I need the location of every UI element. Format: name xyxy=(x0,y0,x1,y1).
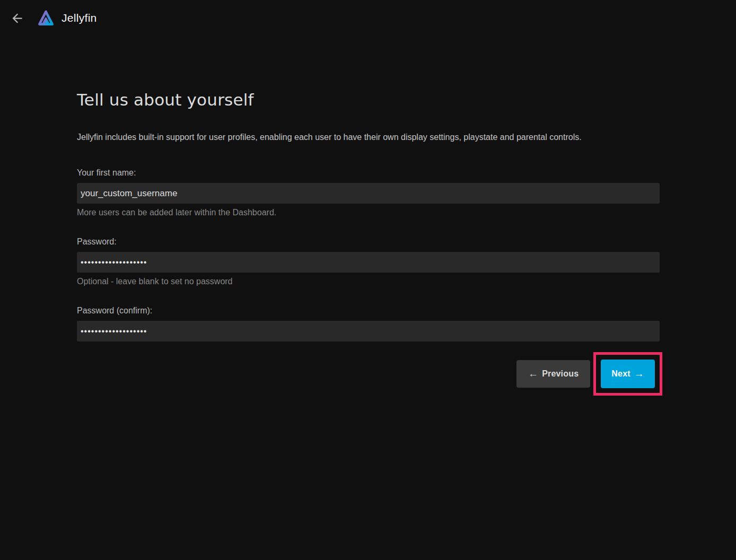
password-confirm-field-group: Password (confirm): xyxy=(77,305,660,342)
previous-button-label: Previous xyxy=(542,369,579,379)
jellyfin-logo-icon xyxy=(35,7,57,29)
password-input[interactable] xyxy=(77,252,660,273)
password-confirm-label: Password (confirm): xyxy=(77,305,660,317)
password-helper-text: Optional - leave blank to set no passwor… xyxy=(77,276,660,287)
arrow-left-icon: ← xyxy=(528,369,538,379)
password-label: Password: xyxy=(77,236,660,248)
previous-button[interactable]: ← Previous xyxy=(516,360,590,388)
next-button-label: Next xyxy=(611,369,630,379)
first-name-helper-text: More users can be added later within the… xyxy=(77,207,660,218)
page-title: Tell us about yourself xyxy=(77,89,660,110)
app-name: Jellyfin xyxy=(62,12,97,24)
first-name-label: Your first name: xyxy=(77,167,660,179)
password-confirm-input[interactable] xyxy=(77,321,660,342)
back-arrow-icon xyxy=(10,11,24,25)
next-button[interactable]: Next → xyxy=(601,360,655,388)
wizard-buttons-row: ← Previous Next → xyxy=(77,352,660,396)
password-field-group: Password: Optional - leave blank to set … xyxy=(77,236,660,287)
top-bar: Jellyfin xyxy=(0,0,736,36)
arrow-right-icon: → xyxy=(634,369,644,379)
setup-wizard-page: Tell us about yourself Jellyfin includes… xyxy=(77,89,660,396)
page-description: Jellyfin includes built-in support for u… xyxy=(77,132,660,143)
first-name-field-group: Your first name: More users can be added… xyxy=(77,167,660,218)
first-name-input[interactable] xyxy=(77,183,660,204)
annotation-highlight: Next → xyxy=(593,352,662,396)
back-button[interactable] xyxy=(8,10,25,27)
